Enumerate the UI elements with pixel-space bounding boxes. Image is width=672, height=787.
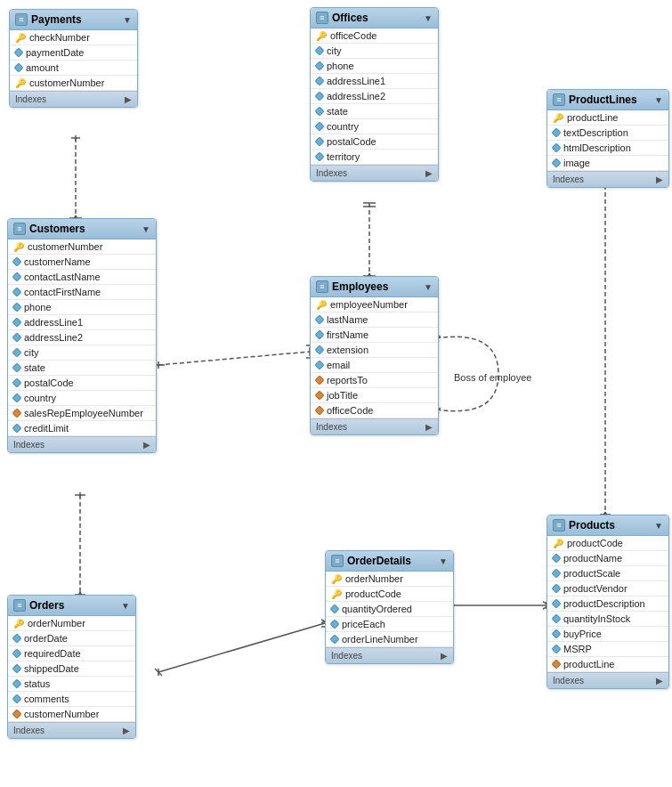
diamond-orange-icon <box>314 375 324 385</box>
diamond-icon <box>12 393 21 402</box>
field-customerNumber: 🔑 customerNumber <box>8 239 156 255</box>
field-priceEach: priceEach <box>326 617 453 632</box>
field-checkNumber: 🔑 checkNumber <box>10 30 137 45</box>
payments-arrow[interactable]: ▼ <box>123 15 132 25</box>
offices-icon: ≡ <box>316 12 328 24</box>
diamond-icon <box>314 61 324 70</box>
diamond-icon <box>12 256 21 266</box>
field-country: country <box>8 391 156 406</box>
field-creditLimit: creditLimit <box>8 421 156 436</box>
field-state: state <box>311 104 438 119</box>
key-red-icon: 🔑 <box>15 78 26 88</box>
diamond-icon <box>314 329 324 339</box>
field-msrp: MSRP <box>547 642 668 657</box>
products-arrow[interactable]: ▼ <box>654 521 663 531</box>
key-red-icon: 🔑 <box>331 589 342 599</box>
diamond-icon <box>551 583 561 593</box>
key-red-icon: 🔑 <box>331 574 342 584</box>
field-city: city <box>311 44 438 59</box>
offices-title: Offices <box>332 12 368 24</box>
diamond-icon <box>551 142 561 152</box>
orders-title: Orders <box>29 599 64 612</box>
orders-header: ≡ Orders ▼ <box>8 596 135 616</box>
orderdetails-title: OrderDetails <box>347 555 411 567</box>
productlines-table: ≡ ProductLines ▼ 🔑 productLine textDescr… <box>547 89 669 188</box>
payments-header: ≡ Payments ▼ <box>10 10 137 30</box>
products-icon: ≡ <box>553 519 565 531</box>
productlines-icon: ≡ <box>553 93 565 106</box>
field-shippedDate: shippedDate <box>8 661 135 677</box>
field-city: city <box>8 345 156 361</box>
boss-label: Boss of employee <box>454 372 531 383</box>
diamond-icon <box>314 151 324 161</box>
diamond-icon <box>329 619 339 629</box>
diamond-icon <box>551 613 561 623</box>
diamond-icon <box>314 314 324 324</box>
employees-arrow[interactable]: ▼ <box>424 282 433 292</box>
field-buyPrice: buyPrice <box>547 627 668 642</box>
field-customerName: customerName <box>8 255 156 270</box>
customers-title: Customers <box>29 223 85 235</box>
customers-arrow[interactable]: ▼ <box>142 224 150 234</box>
field-paymentDate: paymentDate <box>10 45 137 61</box>
field-htmlDescription: htmlDescription <box>547 141 668 156</box>
diamond-icon <box>314 136 324 146</box>
productlines-title: ProductLines <box>569 93 637 106</box>
offices-arrow[interactable]: ▼ <box>424 13 433 23</box>
field-productVendor: productVendor <box>547 581 668 596</box>
diamond-icon <box>12 332 21 342</box>
customers-table: ≡ Customers ▼ 🔑 customerNumber customerN… <box>7 218 157 453</box>
field-officeCode: 🔑 officeCode <box>311 28 438 44</box>
orderdetails-arrow[interactable]: ▼ <box>439 556 448 566</box>
orderdetails-icon: ≡ <box>331 555 344 567</box>
diamond-icon <box>314 45 324 55</box>
employees-title: Employees <box>332 280 388 293</box>
field-employeeNumber: 🔑 employeeNumber <box>311 297 438 312</box>
key-icon: 🔑 <box>553 113 563 123</box>
field-addressLine1: addressLine1 <box>8 315 156 330</box>
field-productCode: 🔑 productCode <box>547 536 668 551</box>
payments-icon: ≡ <box>15 13 28 26</box>
diamond-icon <box>329 634 339 644</box>
field-orderDate: orderDate <box>8 631 135 646</box>
field-phone: phone <box>311 59 438 74</box>
employees-icon: ≡ <box>316 280 328 293</box>
diamond-icon <box>12 362 21 372</box>
payments-title: Payments <box>31 13 82 26</box>
orders-arrow[interactable]: ▼ <box>121 601 130 611</box>
customers-icon: ≡ <box>13 223 26 235</box>
field-productLine: productLine <box>547 657 668 672</box>
productlines-arrow[interactable]: ▼ <box>654 95 663 105</box>
diamond-orange-icon <box>12 709 21 718</box>
key-icon: 🔑 <box>316 300 327 310</box>
diamond-orange-icon <box>314 390 324 400</box>
offices-header: ≡ Offices ▼ <box>311 8 438 28</box>
field-addressLine1: addressLine1 <box>311 74 438 89</box>
orderdetails-footer: Indexes ▶ <box>326 647 453 663</box>
field-lastName: lastName <box>311 312 438 328</box>
diamond-icon <box>12 377 21 387</box>
employees-footer: Indexes ▶ <box>311 418 438 434</box>
diamond-icon <box>329 604 339 613</box>
diamond-icon <box>314 106 324 116</box>
field-requiredDate: requiredDate <box>8 646 135 661</box>
field-postalCode: postalCode <box>311 134 438 150</box>
customers-footer: Indexes ▶ <box>8 436 156 452</box>
diamond-icon <box>12 423 21 433</box>
field-phone: phone <box>8 300 156 315</box>
diamond-icon <box>314 91 324 101</box>
field-image: image <box>547 156 668 171</box>
field-reportsTo: reportsTo <box>311 373 438 388</box>
field-textDescription: textDescription <box>547 126 668 141</box>
field-customerNumber: 🔑 customerNumber <box>10 76 137 91</box>
diamond-icon <box>12 678 21 688</box>
field-jobTitle: jobTitle <box>311 388 438 403</box>
key-icon: 🔑 <box>13 619 24 629</box>
diamond-icon <box>551 629 561 638</box>
diamond-icon <box>551 568 561 578</box>
orders-icon: ≡ <box>13 599 26 612</box>
field-productName: productName <box>547 551 668 566</box>
productlines-header: ≡ ProductLines ▼ <box>547 90 668 110</box>
employees-table: ≡ Employees ▼ 🔑 employeeNumber lastName … <box>310 276 439 435</box>
orderdetails-header: ≡ OrderDetails ▼ <box>326 551 453 572</box>
